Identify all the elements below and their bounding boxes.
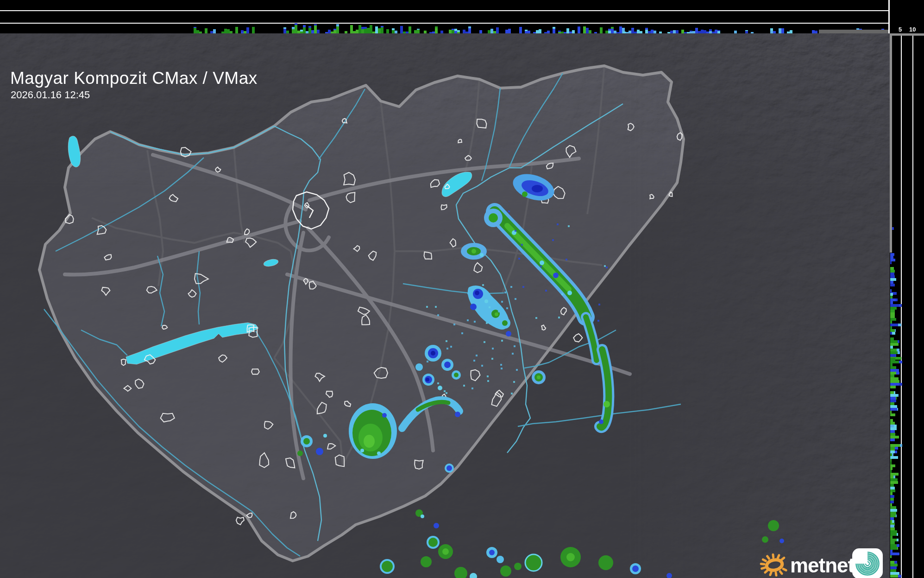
page-title: Magyar Kompozit CMax / VMax (10, 69, 258, 88)
sun-icon (759, 546, 791, 578)
corner-panel (890, 0, 924, 33)
right-axis-label-5: 5 (899, 26, 902, 32)
right-profile-panel (890, 33, 924, 578)
timestamp: 2026.01.16 12:45 (11, 89, 90, 101)
radar-map: Magyar Kompozit CMax / VMax 2026.01.16 1… (0, 33, 890, 578)
right-panel-top-bar (890, 33, 924, 36)
top-panel-ground-bar (819, 30, 890, 33)
spiral-icon (852, 548, 883, 578)
top-profile-echoes (0, 0, 890, 33)
terrain-layer (0, 33, 890, 578)
right-axis-label-10: 10 (909, 26, 916, 32)
right-profile-echoes (890, 33, 924, 578)
logo-text: metnet (790, 554, 854, 577)
right-panel-ground-bar (890, 36, 892, 253)
top-profile-panel (0, 0, 890, 33)
radar-map-canvas (0, 33, 890, 578)
metnet-logo: metnet (759, 546, 888, 578)
radar-app: Magyar Kompozit CMax / VMax 2026.01.16 1… (0, 0, 924, 578)
metnet-app-icon (852, 548, 883, 578)
